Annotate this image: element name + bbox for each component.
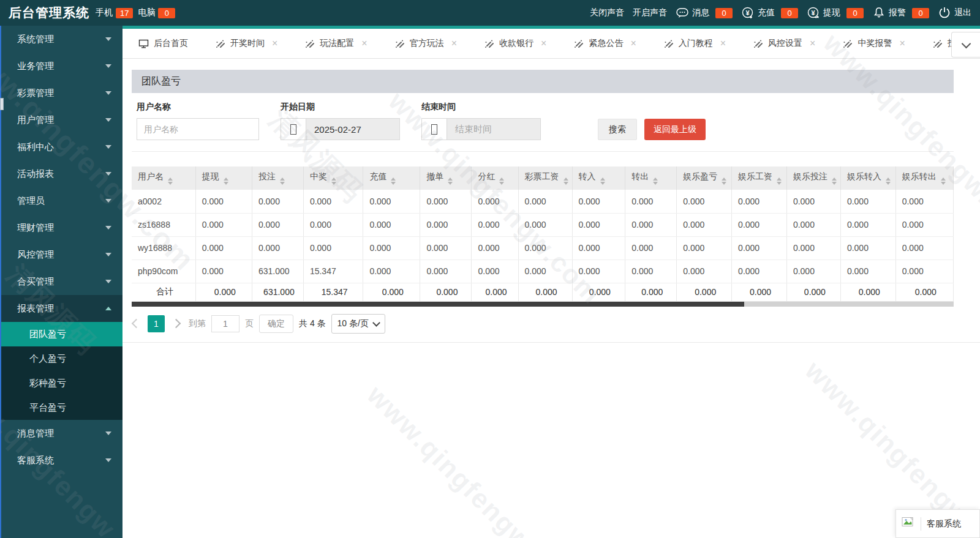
column-header[interactable]: 娱乐盈亏 bbox=[677, 166, 732, 190]
column-header[interactable]: 撤单 bbox=[420, 166, 472, 190]
topbar-action-messages[interactable]: 消息0 bbox=[676, 6, 733, 20]
sidebar-item-label: 消息管理 bbox=[17, 428, 54, 439]
sidebar-item-5[interactable]: 福利中心 bbox=[0, 133, 123, 160]
tab-8[interactable]: 风控设置× bbox=[739, 29, 829, 58]
report-table-wrap: 用户名提现投注中奖充值撤单分红彩票工资转入转出娱乐盈亏娱乐工资娱乐投注娱乐转入娱… bbox=[132, 166, 954, 302]
confirm-page-button[interactable]: 确定 bbox=[259, 315, 293, 333]
sort-arrows-icon[interactable] bbox=[168, 177, 173, 185]
tab-3[interactable]: 玩法配置× bbox=[291, 29, 380, 58]
column-header[interactable]: 投注 bbox=[252, 166, 303, 190]
topbar-action-label: 报警 bbox=[889, 7, 906, 18]
column-header[interactable]: 娱乐转出 bbox=[895, 166, 953, 190]
count-badge: 17 bbox=[116, 8, 133, 18]
sort-arrows-icon[interactable] bbox=[391, 177, 396, 185]
topbar-action-mute-sound[interactable]: 关闭声音 bbox=[590, 7, 624, 18]
caret-down-icon bbox=[105, 226, 111, 230]
column-header[interactable]: 彩票工资 bbox=[518, 166, 572, 190]
back-to-top-level-button[interactable]: 返回最上级 bbox=[644, 119, 706, 140]
page-1-button[interactable]: 1 bbox=[148, 315, 165, 332]
sort-arrows-icon[interactable] bbox=[886, 177, 891, 185]
main-area: 后台首页开奖时间×玩法配置×官方玩法×收款银行×紧急公告×入门教程×风控设置×中… bbox=[123, 26, 980, 538]
column-header[interactable]: 充值 bbox=[363, 166, 420, 190]
search-button[interactable]: 搜索 bbox=[598, 119, 637, 140]
sort-arrows-icon[interactable] bbox=[600, 177, 605, 185]
next-page-button[interactable] bbox=[172, 319, 181, 329]
horizontal-scrollbar[interactable] bbox=[132, 302, 954, 307]
topbar-action-recharge[interactable]: ¥充值0 bbox=[741, 6, 798, 20]
value-cell: 0.000 bbox=[732, 236, 787, 260]
topbar-action-withdraw[interactable]: ¥提现0 bbox=[807, 6, 864, 20]
column-header[interactable]: 转入 bbox=[572, 166, 625, 190]
tab-7[interactable]: 入门教程× bbox=[650, 29, 739, 58]
sidebar-item-12[interactable]: 消息管理 bbox=[0, 420, 123, 447]
close-icon[interactable]: × bbox=[361, 39, 367, 48]
sidebar-subitem-4[interactable]: 平台盈亏 bbox=[0, 395, 123, 420]
sort-arrows-icon[interactable] bbox=[499, 177, 504, 185]
close-icon[interactable]: × bbox=[541, 39, 546, 48]
customer-service-widget[interactable]: 客服系统 bbox=[895, 509, 980, 538]
value-cell: 0.000 bbox=[252, 236, 303, 260]
sidebar-item-11[interactable]: 报表管理 bbox=[0, 295, 123, 322]
column-header[interactable]: 分红 bbox=[472, 166, 518, 190]
table-row: zs168880.0000.0000.0000.0000.0000.0000.0… bbox=[132, 213, 954, 236]
sidebar-item-8[interactable]: 理财管理 bbox=[0, 214, 123, 241]
start-date-input[interactable]: 2025-02-27 bbox=[281, 118, 400, 140]
sidebar-item-9[interactable]: 风控管理 bbox=[0, 241, 123, 268]
sort-arrows-icon[interactable] bbox=[280, 177, 285, 185]
tab-4[interactable]: 官方玩法× bbox=[381, 29, 470, 58]
tab-9[interactable]: 中奖报警× bbox=[829, 29, 918, 58]
end-date-input[interactable]: 结束时间 bbox=[421, 118, 541, 140]
column-header[interactable]: 提现 bbox=[195, 166, 252, 190]
sidebar-subitem-2[interactable]: 个人盈亏 bbox=[0, 346, 123, 371]
goto-page-input[interactable] bbox=[211, 315, 239, 332]
sort-arrows-icon[interactable] bbox=[448, 177, 453, 185]
username-input[interactable] bbox=[137, 118, 259, 140]
topbar-action-alarm[interactable]: 报警0 bbox=[872, 6, 929, 20]
close-icon[interactable]: × bbox=[720, 39, 726, 48]
sidebar-item-7[interactable]: 管理员 bbox=[0, 187, 123, 214]
sidebar-subitem-3[interactable]: 彩种盈亏 bbox=[0, 371, 123, 395]
close-icon[interactable]: × bbox=[272, 39, 277, 48]
sidebar-item-13[interactable]: 客服系统 bbox=[0, 447, 123, 474]
sort-arrows-icon[interactable] bbox=[331, 177, 336, 185]
sort-arrows-icon[interactable] bbox=[777, 177, 782, 185]
column-header[interactable]: 转出 bbox=[625, 166, 677, 190]
sidebar-item-3[interactable]: 彩票管理 bbox=[0, 80, 123, 106]
scrollbar-thumb[interactable] bbox=[132, 302, 744, 307]
column-header[interactable]: 娱乐转入 bbox=[840, 166, 895, 190]
sort-arrows-icon[interactable] bbox=[653, 177, 658, 185]
tab-5[interactable]: 收款银行× bbox=[470, 29, 560, 58]
close-icon[interactable]: × bbox=[810, 39, 815, 48]
tab-1[interactable]: 后台首页 bbox=[125, 29, 202, 58]
close-icon[interactable]: × bbox=[899, 39, 905, 48]
bell-icon bbox=[872, 6, 886, 20]
sort-arrows-icon[interactable] bbox=[722, 177, 726, 185]
column-header[interactable]: 娱乐投注 bbox=[786, 166, 840, 190]
page-unit-label: 页 bbox=[245, 318, 254, 329]
sort-arrows-icon[interactable] bbox=[564, 177, 568, 185]
column-header[interactable]: 娱乐工资 bbox=[732, 166, 787, 190]
tab-label: 紧急公告 bbox=[589, 38, 623, 49]
sidebar-item-2[interactable]: 业务管理 bbox=[0, 53, 123, 80]
sort-arrows-icon[interactable] bbox=[941, 177, 946, 185]
tab-overflow-button[interactable] bbox=[951, 32, 980, 58]
column-header[interactable]: 中奖 bbox=[303, 166, 363, 190]
tab-6[interactable]: 紧急公告× bbox=[560, 29, 649, 58]
tab-2[interactable]: 开奖时间× bbox=[202, 29, 291, 58]
sidebar-item-4[interactable]: 用户管理 bbox=[0, 106, 123, 133]
close-icon[interactable]: × bbox=[451, 39, 457, 48]
value-cell: 0.000 bbox=[195, 190, 252, 213]
sidebar-item-1[interactable]: 系统管理 bbox=[0, 26, 123, 53]
topbar-action-logout[interactable]: 退出 bbox=[938, 6, 971, 20]
sort-arrows-icon[interactable] bbox=[832, 177, 837, 185]
sidebar-item-10[interactable]: 合买管理 bbox=[0, 268, 123, 295]
close-icon[interactable]: × bbox=[630, 39, 636, 48]
column-header-label: 提现 bbox=[202, 171, 219, 181]
sidebar-subitem-1[interactable]: 团队盈亏 bbox=[0, 322, 123, 346]
sidebar-item-6[interactable]: 活动报表 bbox=[0, 160, 123, 187]
page-size-select[interactable]: 10 条/页 bbox=[331, 314, 385, 334]
sort-arrows-icon[interactable] bbox=[224, 177, 228, 185]
prev-page-button[interactable] bbox=[132, 319, 141, 329]
column-header[interactable]: 用户名 bbox=[132, 166, 195, 190]
topbar-action-enable-sound[interactable]: 开启声音 bbox=[633, 7, 667, 18]
